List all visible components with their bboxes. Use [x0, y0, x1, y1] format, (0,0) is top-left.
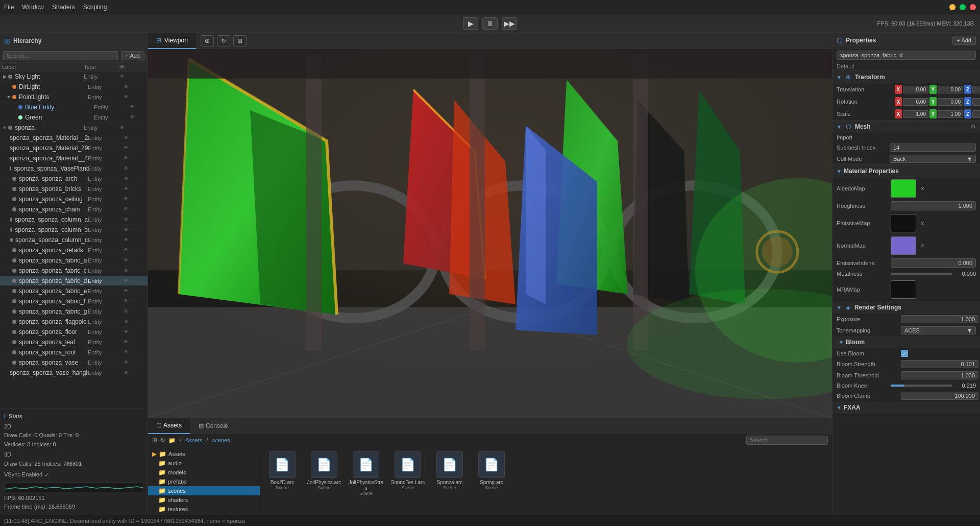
- hier-row-ceiling[interactable]: sponza_sponza_ceiling Entity 👁: [0, 194, 148, 204]
- mesh-header[interactable]: ▼ ⬡ Mesh ⚙: [832, 121, 980, 133]
- emissive-intens-input[interactable]: [891, 258, 976, 268]
- roughness-input[interactable]: [891, 201, 976, 210]
- hier-row-mat25[interactable]: sponza_sponza_Material__25 Entity 👁: [0, 133, 148, 143]
- maximize-button[interactable]: [960, 4, 966, 10]
- file-item-spring[interactable]: 📄 Spring.arc Scene: [474, 451, 509, 490]
- play-button[interactable]: ▶: [463, 17, 478, 30]
- tree-item-textures[interactable]: 📁 textures: [148, 505, 260, 514]
- emissive-swatch[interactable]: [891, 214, 916, 232]
- tab-assets[interactable]: ◫ Assets: [148, 418, 190, 434]
- hier-row-fabric-a[interactable]: sponza_sponza_fabric_a Entity 👁: [0, 255, 148, 266]
- hier-item-vis[interactable]: 👁: [124, 165, 134, 171]
- hier-row-col-c[interactable]: sponza_sponza_column_c Entity 👁: [0, 235, 148, 245]
- sx-input[interactable]: [903, 110, 928, 118]
- hier-item-vis[interactable]: 👁: [124, 247, 134, 253]
- hier-row-fabric-f[interactable]: sponza_sponza_fabric_f Entity 👁: [0, 296, 148, 306]
- tab-viewport[interactable]: ⊞ Viewport: [148, 33, 197, 49]
- file-item-sponza[interactable]: 📄 Sponza.arc Scene: [432, 451, 468, 490]
- use-bloom-checkbox[interactable]: ✓: [901, 350, 908, 357]
- hier-item-vis[interactable]: 👁: [124, 155, 134, 161]
- forward-button[interactable]: ▶▶: [502, 17, 517, 30]
- hier-item-vis[interactable]: 👁: [124, 339, 134, 345]
- tree-item-audio[interactable]: 📁 audio: [148, 459, 260, 468]
- entity-name-input[interactable]: [837, 51, 976, 60]
- hier-row-chain[interactable]: sponza_sponza_chain Entity 👁: [0, 204, 148, 214]
- file-item-box2d[interactable]: 📄 Box2D.arc Scene: [264, 451, 300, 490]
- hierarchy-search-input[interactable]: [3, 51, 118, 60]
- tab-console[interactable]: ▤ Console: [190, 418, 237, 434]
- normal-remove-icon[interactable]: ✕: [920, 243, 924, 249]
- mramap-swatch[interactable]: [891, 280, 916, 299]
- transform-header[interactable]: ▼ ⊕ Transform: [832, 71, 980, 83]
- hier-item-vis[interactable]: 👁: [124, 176, 134, 181]
- hier-item-vis[interactable]: 👁: [124, 349, 134, 355]
- hier-row-mat47[interactable]: sponza_sponza_Material__47 Entity 👁: [0, 153, 148, 163]
- hier-item-vis[interactable]: 👁: [124, 329, 134, 334]
- hier-item-vis[interactable]: 👁: [124, 278, 134, 283]
- hier-item-vis[interactable]: 👁: [124, 94, 134, 100]
- hier-row-green[interactable]: Green Entity 👁: [0, 112, 148, 123]
- rx-input[interactable]: [903, 98, 928, 106]
- hier-item-vis[interactable]: 👁: [124, 84, 134, 89]
- bloom-clamp-input[interactable]: [901, 392, 978, 400]
- metalness-slider[interactable]: [891, 273, 952, 275]
- hier-row-flagpole[interactable]: sponza_sponza_flagpole Entity 👁: [0, 317, 148, 327]
- hier-row-blue[interactable]: Blue Entity Entity 👁: [0, 102, 148, 112]
- hier-item-vis[interactable]: 👁: [124, 186, 134, 192]
- hier-row-bricks[interactable]: sponza_sponza_bricks Entity 👁: [0, 184, 148, 194]
- ry-input[interactable]: [938, 98, 963, 106]
- hier-row-fabric-d[interactable]: sponza_sponza_fabric_d Entity 👁: [0, 276, 148, 286]
- tree-item-prefabs[interactable]: 📁 prefabs: [148, 477, 260, 486]
- hier-item-vis[interactable]: 👁: [124, 360, 134, 365]
- tree-item-models[interactable]: 📁 models: [148, 468, 260, 477]
- hier-row-dirlight[interactable]: DirLight Entity 👁: [0, 82, 148, 92]
- add-component-button[interactable]: + Add: [952, 36, 976, 45]
- hier-row-details[interactable]: sponza_sponza_details Entity 👁: [0, 245, 148, 255]
- pause-button[interactable]: ⏸: [482, 17, 498, 30]
- hier-row-pointlights[interactable]: ▼PointLights Entity 👁: [0, 92, 148, 102]
- bloom-threshold-input[interactable]: [901, 371, 978, 379]
- tree-item-assets[interactable]: ▶ 📁 Assets: [148, 449, 260, 459]
- hier-item-vis[interactable]: 👁: [124, 268, 134, 273]
- hier-item-vis[interactable]: 👁: [119, 74, 130, 79]
- rz-input[interactable]: [972, 98, 980, 106]
- hier-row-roof[interactable]: sponza_sponza_roof Entity 👁: [0, 347, 148, 357]
- hier-item-vis[interactable]: 👁: [124, 217, 134, 222]
- sy-input[interactable]: [938, 110, 963, 118]
- bloom-strength-input[interactable]: [901, 360, 978, 368]
- assets-search-input[interactable]: [746, 436, 828, 445]
- tree-item-scenes[interactable]: 📁 scenes: [148, 486, 260, 495]
- hier-row-fabric-c[interactable]: sponza_sponza_fabric_c Entity 👁: [0, 266, 148, 276]
- hier-item-vis[interactable]: 👁: [124, 206, 134, 212]
- sz-input[interactable]: [972, 110, 980, 118]
- hier-row-sponza[interactable]: ▼sponza Entity 👁: [0, 123, 148, 133]
- assets-refresh-icon[interactable]: ↻: [160, 437, 165, 444]
- minimize-button[interactable]: [949, 4, 955, 10]
- bloom-knee-slider[interactable]: [891, 385, 952, 387]
- breadcrumb-scenes[interactable]: scenes: [212, 437, 230, 443]
- normal-swatch[interactable]: [891, 236, 916, 255]
- hier-row-mat298[interactable]: sponza_sponza_Material_298 Entity 👁: [0, 143, 148, 153]
- tree-item-shaders[interactable]: 📁 shaders: [148, 495, 260, 505]
- hier-item-vis[interactable]: 👁: [124, 135, 134, 140]
- hier-item-vis[interactable]: 👁: [124, 288, 134, 294]
- file-item-soundtest[interactable]: 📄 SoundTes t.arc Scene: [390, 451, 426, 490]
- tool-translate-button[interactable]: ⊕: [201, 35, 214, 46]
- hier-item-vis[interactable]: 👁: [124, 145, 134, 151]
- file-item-joltphysics[interactable]: 📄 JoltPhysics.arc Scene: [306, 451, 342, 490]
- hier-item-vis[interactable]: 👁: [130, 104, 140, 110]
- hier-row-vaseplant[interactable]: sponza_sponza_VasePlant Entity 👁: [0, 163, 148, 174]
- hier-row-skylight[interactable]: ▶Sky Light Entity 👁: [0, 71, 148, 82]
- tz-input[interactable]: [972, 86, 980, 93]
- material-header[interactable]: ▼ Material Properties: [832, 165, 980, 177]
- tx-input[interactable]: [903, 86, 928, 93]
- menu-scripting[interactable]: Scripting: [83, 4, 107, 11]
- hier-item-vis[interactable]: 👁: [130, 114, 140, 120]
- hier-row-vase[interactable]: sponza_sponza_vase Entity 👁: [0, 357, 148, 368]
- menu-window[interactable]: Window: [22, 4, 44, 11]
- albedo-swatch[interactable]: [891, 179, 916, 198]
- hier-row-col-b[interactable]: sponza_sponza_column_b Entity 👁: [0, 225, 148, 235]
- hier-item-vis[interactable]: 👁: [124, 308, 134, 314]
- hier-row-col-a[interactable]: sponza_sponza_column_a Entity 👁: [0, 214, 148, 225]
- hier-item-vis[interactable]: 👁: [124, 370, 134, 375]
